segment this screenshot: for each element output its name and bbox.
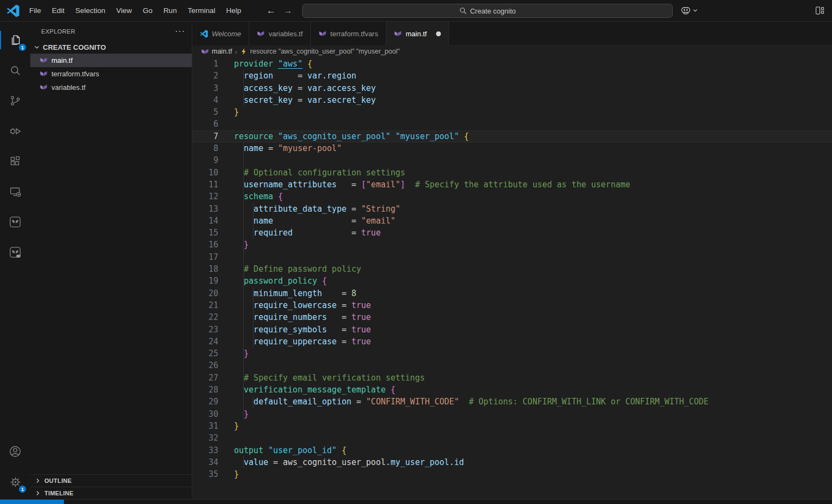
code-line-7[interactable]: 7resource "aws_cognito_user_pool" "myuse…: [192, 130, 832, 142]
line-number[interactable]: 28: [192, 384, 218, 396]
menu-terminal[interactable]: Terminal: [182, 3, 220, 18]
code-line-32[interactable]: 32: [192, 432, 832, 444]
copilot-button[interactable]: [680, 5, 698, 16]
code-line-28[interactable]: 28 verification_message_template {: [192, 384, 832, 396]
line-number[interactable]: 30: [192, 408, 218, 420]
breadcrumb-symbol[interactable]: resource "aws_cognito_user_pool" "myuser…: [250, 48, 400, 55]
line-number[interactable]: 20: [192, 287, 218, 299]
section-timeline[interactable]: TIMELINE: [30, 487, 192, 499]
activity-settings-icon[interactable]: 1: [0, 467, 30, 497]
line-number[interactable]: 8: [192, 142, 218, 154]
code-line-30[interactable]: 30 }: [192, 408, 832, 420]
line-number[interactable]: 16: [192, 239, 218, 251]
line-number[interactable]: 34: [192, 456, 218, 468]
code-line-34[interactable]: 34 value = aws_cognito_user_pool.my_user…: [192, 456, 832, 468]
menu-selection[interactable]: Selection: [70, 3, 111, 18]
line-number[interactable]: 3: [192, 82, 218, 94]
code-line-24[interactable]: 24 require_uppercase = true: [192, 336, 832, 348]
line-number[interactable]: 6: [192, 118, 218, 130]
code-line-17[interactable]: 17: [192, 251, 832, 263]
file-item-variables.tf[interactable]: variables.tf: [30, 81, 192, 94]
activity-run-debug-icon[interactable]: [0, 116, 30, 146]
file-item-main.tf[interactable]: main.tf: [30, 54, 192, 67]
line-number[interactable]: 32: [192, 432, 218, 444]
code-area[interactable]: 1provider "aws" {2 region = var.region3 …: [192, 58, 832, 499]
code-line-26[interactable]: 26: [192, 359, 832, 371]
tab-terraform-tfvars[interactable]: terraform.tfvars: [311, 22, 386, 45]
menu-file[interactable]: File: [24, 3, 47, 18]
line-number[interactable]: 17: [192, 251, 218, 263]
customize-layout-icon[interactable]: [814, 5, 826, 16]
code-line-6[interactable]: 6: [192, 118, 832, 130]
activity-terraform-icon[interactable]: [0, 207, 30, 237]
code-line-1[interactable]: 1provider "aws" {: [192, 58, 832, 70]
code-line-12[interactable]: 12 schema {: [192, 191, 832, 202]
code-line-18[interactable]: 18 # Define password policy: [192, 263, 832, 275]
code-line-10[interactable]: 10 # Optional configuration settings: [192, 167, 832, 179]
line-number[interactable]: 24: [192, 336, 218, 348]
line-number[interactable]: 19: [192, 275, 218, 287]
code-line-20[interactable]: 20 minimum_length = 8: [192, 287, 832, 299]
line-number[interactable]: 31: [192, 420, 218, 432]
line-number[interactable]: 11: [192, 179, 218, 191]
command-center-search[interactable]: Create cognito: [302, 4, 673, 18]
tab-welcome[interactable]: Welcome: [192, 22, 249, 45]
activity-extensions-icon[interactable]: [0, 146, 30, 176]
tab-variables-tf[interactable]: variables.tf: [249, 22, 311, 45]
breadcrumb-file[interactable]: main.tf: [212, 48, 232, 55]
code-line-27[interactable]: 27 # Specify email verification settings: [192, 372, 832, 384]
code-line-2[interactable]: 2 region = var.region: [192, 70, 832, 82]
remote-indicator[interactable]: [0, 500, 64, 504]
code-line-33[interactable]: 33output "user_pool_id" {: [192, 444, 832, 456]
code-line-35[interactable]: 35}: [192, 468, 832, 480]
code-line-13[interactable]: 13 attribute_data_type = "String": [192, 203, 832, 215]
activity-remote-explorer-icon[interactable]: [0, 176, 30, 207]
line-number[interactable]: 13: [192, 203, 218, 215]
line-number[interactable]: 35: [192, 468, 218, 480]
line-number[interactable]: 1: [192, 58, 218, 70]
activity-terraform-cloud-icon[interactable]: [0, 237, 30, 267]
line-number[interactable]: 25: [192, 348, 218, 359]
line-number[interactable]: 15: [192, 227, 218, 239]
line-number[interactable]: 7: [192, 130, 218, 142]
line-number[interactable]: 10: [192, 167, 218, 179]
nav-back-icon[interactable]: ←: [266, 5, 276, 16]
line-number[interactable]: 4: [192, 94, 218, 106]
menu-view[interactable]: View: [111, 3, 138, 18]
file-item-terraform.tfvars[interactable]: terraform.tfvars: [30, 67, 192, 81]
code-line-29[interactable]: 29 default_email_option = "CONFIRM_WITH_…: [192, 396, 832, 408]
code-line-31[interactable]: 31}: [192, 420, 832, 432]
tab-main-tf[interactable]: main.tf: [386, 22, 449, 45]
line-number[interactable]: 27: [192, 372, 218, 384]
code-line-4[interactable]: 4 secret_key = var.secret_key: [192, 94, 832, 106]
line-number[interactable]: 14: [192, 215, 218, 227]
activity-explorer-icon[interactable]: 1: [0, 25, 30, 55]
code-line-16[interactable]: 16 }: [192, 239, 832, 251]
code-line-9[interactable]: 9: [192, 154, 832, 166]
line-number[interactable]: 22: [192, 311, 218, 323]
code-line-14[interactable]: 14 name = "email": [192, 215, 832, 227]
code-line-5[interactable]: 5}: [192, 106, 832, 118]
code-line-19[interactable]: 19 password_policy {: [192, 275, 832, 287]
code-line-15[interactable]: 15 required = true: [192, 227, 832, 239]
menu-run[interactable]: Run: [158, 3, 183, 18]
code-line-8[interactable]: 8 name = "myuser-pool": [192, 142, 832, 154]
activity-source-control-icon[interactable]: [0, 86, 30, 116]
activity-search-icon[interactable]: [0, 55, 30, 86]
activity-account-icon[interactable]: [0, 436, 30, 467]
nav-forward-icon[interactable]: →: [283, 5, 292, 16]
line-number[interactable]: 2: [192, 70, 218, 82]
line-number[interactable]: 18: [192, 263, 218, 275]
code-line-3[interactable]: 3 access_key = var.access_key: [192, 82, 832, 94]
line-number[interactable]: 23: [192, 324, 218, 336]
line-number[interactable]: 29: [192, 396, 218, 408]
more-actions-icon[interactable]: ···: [175, 27, 185, 36]
line-number[interactable]: 33: [192, 444, 218, 456]
menu-go[interactable]: Go: [138, 3, 158, 18]
line-number[interactable]: 12: [192, 191, 218, 202]
code-line-25[interactable]: 25 }: [192, 348, 832, 359]
section-outline[interactable]: OUTLINE: [30, 474, 192, 487]
folder-row-create-cognito[interactable]: CREATE COGNITO: [30, 41, 192, 54]
code-line-11[interactable]: 11 username_attributes = ["email"] # Spe…: [192, 179, 832, 191]
menu-help[interactable]: Help: [220, 3, 246, 18]
